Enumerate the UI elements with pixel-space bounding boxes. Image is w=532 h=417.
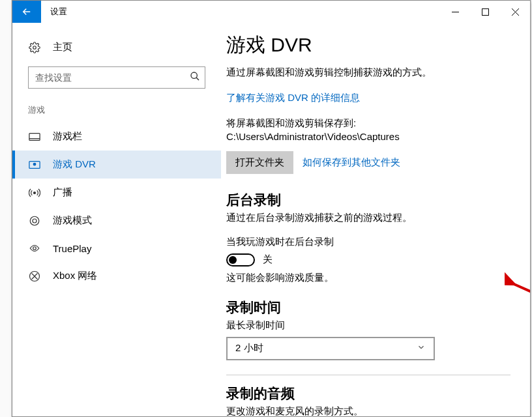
record-time-heading: 录制时间 [226, 298, 510, 317]
page-title: 游戏 DVR [226, 32, 510, 59]
svg-line-17 [512, 283, 530, 381]
svg-rect-1 [482, 8, 488, 15]
nav-label: 游戏模式 [53, 214, 92, 227]
toggle-state-text: 关 [263, 253, 273, 266]
background-record-toggle[interactable] [226, 253, 255, 266]
nav-game-dvr[interactable]: 游戏 DVR [12, 151, 221, 179]
search-box[interactable] [28, 66, 205, 89]
game-mode-icon [28, 215, 41, 227]
nav-label: TruePlay [53, 243, 91, 254]
svg-point-14 [33, 247, 37, 250]
svg-point-10 [33, 163, 36, 165]
trueplay-icon [28, 242, 41, 254]
svg-line-6 [196, 78, 199, 80]
background-record-desc: 通过在后台录制游戏捕获之前的游戏过程。 [226, 212, 510, 224]
close-button[interactable] [500, 1, 530, 23]
nav-broadcast[interactable]: 广播 [12, 179, 221, 207]
gear-icon [28, 42, 41, 53]
broadcast-icon [28, 187, 41, 199]
nav-label: 游戏 DVR [53, 158, 96, 171]
nav-xbox-network[interactable]: Xbox 网络 [12, 262, 221, 290]
svg-point-13 [33, 219, 37, 223]
learn-more-link[interactable]: 了解有关游戏 DVR 的详细信息 [226, 92, 510, 104]
dvr-icon [28, 160, 41, 169]
window-title: 设置 [41, 1, 76, 23]
background-record-note: 这可能会影响游戏质量。 [226, 272, 510, 284]
chevron-down-icon [417, 343, 426, 354]
nav-label: 游戏栏 [53, 130, 82, 143]
audio-desc: 更改游戏和麦克风的录制方式。 [226, 405, 510, 417]
nav-label: Xbox 网络 [53, 270, 97, 282]
svg-point-11 [34, 192, 36, 194]
nav-game-mode[interactable]: 游戏模式 [12, 207, 221, 235]
open-folder-button[interactable]: 打开文件夹 [226, 151, 293, 174]
title-bar: 设置 [12, 1, 530, 23]
nav-trueplay[interactable]: TruePlay [12, 235, 221, 262]
sidebar: 主页 游戏 游戏栏 [12, 23, 221, 416]
search-input[interactable] [28, 66, 205, 89]
nav-game-bar[interactable]: 游戏栏 [12, 122, 221, 151]
home-link[interactable]: 主页 [12, 35, 221, 60]
background-edge [0, 0, 12, 417]
nav-label: 广播 [53, 186, 72, 199]
background-toggle-label: 当我玩游戏时在后台录制 [226, 236, 510, 248]
settings-window: 设置 主页 [12, 0, 531, 417]
xbox-icon [28, 270, 41, 282]
content-pane: 游戏 DVR 通过屏幕截图和游戏剪辑控制捕获游戏的方式。 了解有关游戏 DVR … [221, 23, 530, 416]
search-icon [190, 71, 200, 84]
save-path-text: 将屏幕截图和游戏剪辑保存到: C:\Users\Administrator\Vi… [226, 116, 510, 143]
audio-heading: 录制的音频 [226, 384, 510, 403]
record-time-sublabel: 最长录制时间 [226, 319, 510, 332]
save-other-link[interactable]: 如何保存到其他文件夹 [303, 156, 400, 169]
svg-point-12 [30, 216, 39, 225]
svg-rect-7 [29, 133, 40, 140]
select-value: 2 小时 [235, 342, 263, 354]
maximize-button[interactable] [470, 1, 500, 23]
svg-point-5 [191, 72, 197, 78]
page-subtitle: 通过屏幕截图和游戏剪辑控制捕获游戏的方式。 [226, 65, 510, 80]
home-label: 主页 [53, 41, 72, 53]
max-record-time-select[interactable]: 2 小时 [226, 337, 435, 360]
minimize-button[interactable] [440, 1, 470, 23]
background-record-heading: 后台录制 [226, 191, 510, 209]
back-button[interactable] [12, 1, 41, 23]
game-bar-icon [28, 132, 41, 141]
svg-point-4 [33, 46, 37, 49]
section-gaming-label: 游戏 [12, 100, 221, 122]
